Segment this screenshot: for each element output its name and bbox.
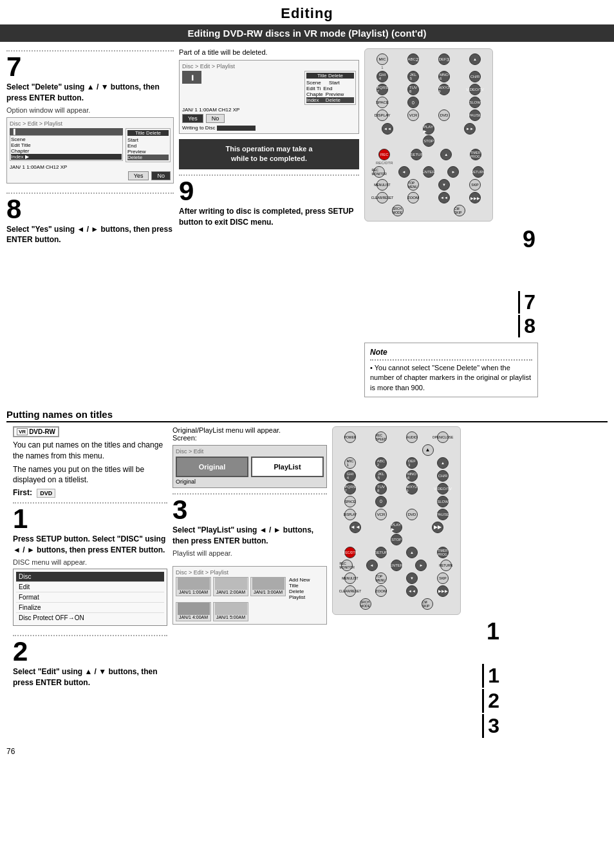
btn-skip2[interactable]: SKIP	[469, 179, 481, 191]
btn-left[interactable]: ◄	[398, 166, 410, 178]
btn-ch-off[interactable]: CH/R	[469, 71, 481, 82]
bot-btn-left[interactable]: ◄	[366, 560, 378, 571]
bot-btn-5[interactable]: JKL5	[375, 470, 387, 482]
btn-skip3[interactable]: ◄◄	[438, 192, 450, 203]
btn-rwd[interactable]: ◄◄	[382, 123, 393, 135]
bot-btn-2[interactable]: ABC2	[375, 457, 387, 469]
btn-timer[interactable]: TIMER PROG.	[470, 149, 481, 160]
btn-ch-up[interactable]: ▲	[469, 53, 481, 65]
btn-videotv[interactable]: VIDEO/TV	[469, 84, 481, 95]
bot-btn-vcr[interactable]: VCR	[375, 509, 387, 520]
bot-btn-skip2[interactable]: SKIP	[437, 572, 449, 584]
bot-btn-cmskip[interactable]: CM SKIP	[422, 598, 433, 610]
bot-btn-sk3[interactable]: ◄◄	[406, 585, 418, 597]
bot-btn-topmenu[interactable]: TOP MENU	[375, 572, 387, 584]
step8-no[interactable]: No	[206, 114, 225, 123]
bot-btn-chr[interactable]: CH/R	[437, 470, 449, 482]
bot-btn-up[interactable]: ▲	[406, 547, 418, 558]
step8-yes[interactable]: Yes	[182, 114, 203, 123]
bot-btn-dvd[interactable]: DVD	[406, 509, 418, 520]
step7-no[interactable]: No	[151, 171, 171, 180]
bot-btn-eject[interactable]: ▲	[422, 444, 434, 456]
bot-btn-down[interactable]: ▼	[406, 572, 418, 584]
bot-btn-srch[interactable]: SRCH MODE	[360, 598, 371, 610]
bot-btn-setup[interactable]: SETUP	[375, 547, 387, 558]
btn-rec[interactable]: REC	[378, 149, 390, 160]
btn-stop[interactable]: STOP	[423, 135, 434, 147]
bot-btn-sk4[interactable]: ▶▶▶	[437, 585, 449, 597]
step9-dotted	[179, 175, 359, 176]
bot-btn-recspd[interactable]: REC SPEED	[375, 431, 387, 443]
original-btn[interactable]: Original	[176, 457, 248, 477]
bot-btn-pause[interactable]: PAUSE	[437, 509, 449, 520]
bot-btn-zoom[interactable]: ZOOM	[375, 585, 387, 597]
btn-0[interactable]: 0	[407, 97, 419, 108]
btn-zoom[interactable]: ZOOM	[407, 192, 419, 203]
bot-btn-8[interactable]: TUV8	[375, 483, 387, 495]
btn-8[interactable]: TUV8	[407, 84, 419, 95]
btn-clear[interactable]: CLEAR/RESET	[377, 192, 388, 203]
bot-btn-rwd[interactable]: ◄◄	[349, 522, 361, 533]
bot-btn-return[interactable]: RETURN	[440, 560, 452, 571]
bot-btn-menulist[interactable]: MENULIST	[344, 572, 356, 584]
bot-btn-display[interactable]: DISPLAY	[344, 509, 356, 520]
step7-yes[interactable]: Yes	[128, 171, 149, 180]
bot-btn-9[interactable]: WXYZ9	[406, 483, 418, 495]
btn-setup[interactable]: SETUP	[411, 149, 422, 160]
bot-btn-rec[interactable]: REC/DTR	[344, 547, 356, 558]
playlist-btn[interactable]: PlayList	[251, 457, 324, 477]
btn-mic[interactable]: MIC	[377, 53, 388, 65]
bot-btn-6[interactable]: MNO6	[406, 470, 418, 482]
btn-pause[interactable]: PAUSE	[469, 109, 481, 121]
btn-display[interactable]: DISPLAY	[377, 109, 388, 121]
bot-btn-chup[interactable]: ▲	[437, 457, 449, 469]
btn-7[interactable]: PQRS7	[377, 84, 388, 95]
bot-btn-1[interactable]: MIC1	[344, 457, 356, 469]
btn-topmenu[interactable]: TOP MENU	[407, 179, 419, 191]
bot-btn-stop[interactable]: STOP	[391, 534, 402, 545]
btn-right[interactable]: ►	[447, 166, 459, 178]
bot-btn-open[interactable]: OPEN/CLOSE	[437, 431, 449, 443]
up-col: ▲	[440, 149, 452, 165]
btn-9[interactable]: WXYZ9	[438, 84, 450, 95]
bot-btn-ffd[interactable]: ▶▶	[432, 522, 443, 533]
bot-btn-4[interactable]: GHI4	[344, 470, 356, 482]
bot-btn-audio[interactable]: AUDIO	[406, 431, 418, 443]
btn-play[interactable]: PLAY ▶	[423, 123, 434, 135]
bot-btn-videotv[interactable]: VIDEO/TV	[437, 483, 449, 495]
btn-dvd[interactable]: DVD	[438, 109, 450, 121]
btn-srchmode[interactable]: SRCH MODE	[392, 205, 404, 216]
btn-vcr[interactable]: VCR	[407, 109, 419, 121]
bot-btn-3[interactable]: DEF3	[406, 457, 418, 469]
btn-6[interactable]: MNO6	[438, 71, 450, 82]
step1-dotted	[13, 502, 167, 504]
btn-cmskip[interactable]: CM SKIP	[454, 205, 465, 216]
bot-btn-clear[interactable]: CLEAR/RESET	[344, 585, 356, 597]
btn-3[interactable]: DEF3	[438, 53, 450, 65]
btn-4[interactable]: GHI4	[377, 71, 388, 82]
btn-2[interactable]: ABC2	[407, 53, 419, 65]
btn-slow[interactable]: SLOW	[469, 97, 481, 108]
bot-btn-slow[interactable]: SLOW	[437, 496, 449, 507]
btn-recmon[interactable]: REC MONITOR	[373, 166, 385, 178]
orig-screen-path: Disc > Edit	[176, 448, 324, 455]
btn-menulist[interactable]: MENULIST	[377, 179, 388, 191]
bot-btn-space[interactable]: SPACE	[344, 496, 356, 507]
bot-btn-right[interactable]: ►	[415, 560, 427, 571]
bot-btn-0[interactable]: 0	[375, 496, 387, 507]
btn-fwd[interactable]: ►►	[464, 123, 476, 135]
bot-btn-timer[interactable]: TIMER PROG.	[437, 547, 449, 558]
bot-btn-enter[interactable]: ENTER	[391, 560, 402, 571]
btn-up[interactable]: ▲	[440, 149, 452, 160]
bot-btn-7[interactable]: PQRS7	[344, 483, 356, 495]
btn-space[interactable]: SPACE	[377, 97, 388, 108]
bot-btn-power[interactable]: POWER	[344, 431, 356, 443]
btn-enter[interactable]: ENTER	[423, 166, 434, 178]
btn-skip4[interactable]: ▶▶▶	[469, 192, 481, 203]
btn-5[interactable]: JKL5	[407, 71, 419, 82]
bot-btn-play[interactable]: PLAY ▶	[391, 522, 402, 533]
step7-desc: Select "Delete" using ▲ / ▼ buttons, the…	[6, 82, 174, 104]
btn-down[interactable]: ▼	[438, 179, 450, 191]
bot-btn-recmon[interactable]: REC MONITOR	[341, 560, 353, 571]
btn-return[interactable]: RETURN	[472, 166, 484, 178]
